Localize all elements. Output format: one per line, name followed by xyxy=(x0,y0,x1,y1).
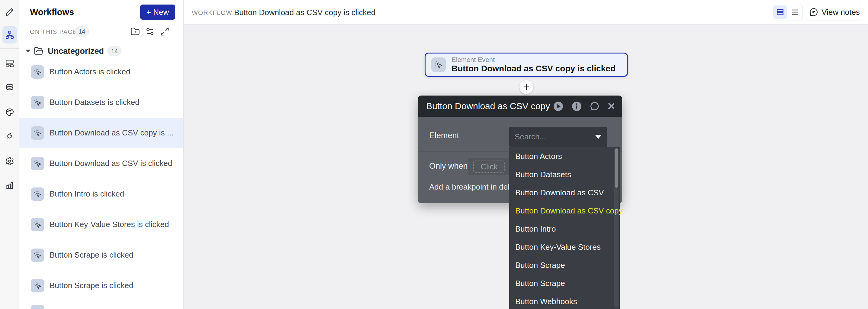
workflow-list-item[interactable]: Button Scrape is clicked xyxy=(19,240,183,270)
workflow-list-item[interactable]: Button Actors is clicked xyxy=(19,57,183,87)
chevron-down-icon[interactable] xyxy=(595,135,601,139)
view-notes-label: View notes xyxy=(822,7,860,17)
filter-settings-icon[interactable] xyxy=(145,27,155,36)
notes-bubble-icon xyxy=(809,7,818,17)
dropdown-option[interactable]: Button Actors xyxy=(509,147,620,165)
dropdown-option[interactable]: Button Download as CSV xyxy=(509,184,620,202)
workflow-list-item[interactable]: Button Datasets is clicked xyxy=(19,87,183,118)
info-icon[interactable] xyxy=(571,101,582,112)
workflow-list-item[interactable]: Button Download as CSV is clicked xyxy=(19,148,183,179)
dropdown-option-label: Button Webhooks xyxy=(515,297,577,306)
cursor-click-icon xyxy=(431,57,446,72)
workflow-canvas[interactable]: Element Event Button Download as CSV cop… xyxy=(184,25,868,309)
close-icon[interactable] xyxy=(607,102,616,110)
edit-icon[interactable] xyxy=(2,5,17,19)
workflow-item-label: Button Key-Value Stores is clicked xyxy=(50,220,169,229)
dropdown-option-label: Button Download as CSV copy xyxy=(515,206,623,215)
dropdown-option[interactable]: Button Datasets xyxy=(509,165,620,184)
workflow-list: Button Actors is clicked Button Datasets… xyxy=(19,57,183,301)
dropdown-option-label: Button Key-Value Stores xyxy=(515,243,601,252)
dropdown-option-label: Button Scrape xyxy=(515,261,565,270)
on-this-page-count-badge: 14 xyxy=(74,26,89,36)
workflow-list-item[interactable]: Button Scrape is clicked xyxy=(19,270,183,301)
palette-icon[interactable] xyxy=(2,105,17,119)
cursor-click-icon xyxy=(31,65,44,79)
panel-toolbar xyxy=(130,27,169,36)
add-step-button[interactable]: + xyxy=(520,80,533,94)
modal-actions xyxy=(553,101,616,112)
scrollbar-thumb[interactable] xyxy=(615,148,618,188)
modal-header[interactable]: Button Download as CSV copy is xyxy=(418,95,622,117)
workflow-list-item[interactable]: Button Download as CSV copy is ... xyxy=(19,118,183,148)
workflow-item-label: Button Datasets is clicked xyxy=(50,97,140,107)
node-type-label: Element Event xyxy=(452,56,616,64)
workflow-list-item[interactable]: Button Intro is clicked xyxy=(19,179,183,209)
group-name: Uncategorized xyxy=(48,47,104,56)
element-event-node[interactable]: Element Event Button Download as CSV cop… xyxy=(425,53,628,77)
breakpoint-text: Add a breakpoint in deb xyxy=(429,182,512,192)
cursor-click-icon xyxy=(31,305,44,309)
element-search-input[interactable] xyxy=(509,132,586,141)
dropdown-option[interactable]: Button Intro xyxy=(509,220,620,238)
workflow-breadcrumb-label: WORKFLOW: xyxy=(192,9,234,16)
topbar: WORKFLOW: Button Download as CSV copy is… xyxy=(184,0,868,25)
dropdown-option-label: Button Scrape xyxy=(515,279,565,288)
components-icon[interactable] xyxy=(2,56,17,71)
only-when-label: Only when xyxy=(429,162,468,171)
cursor-click-icon xyxy=(31,127,44,140)
dropdown-option[interactable]: Button Webhooks xyxy=(509,292,620,309)
group-count-badge: 14 xyxy=(107,46,122,56)
dropdown-option[interactable]: Button Key-Value Stores xyxy=(509,238,620,256)
integrations-icon[interactable] xyxy=(2,129,17,143)
cursor-click-icon xyxy=(31,188,44,201)
group-row-uncategorized[interactable]: Uncategorized 14 xyxy=(26,44,122,58)
modal-title: Button Download as CSV copy is xyxy=(426,101,553,111)
dropdown-option[interactable]: Button Scrape xyxy=(509,256,620,274)
workflow-item-label: Button Download as CSV copy is ... xyxy=(50,128,173,138)
icon-rail xyxy=(0,0,19,309)
cursor-click-icon xyxy=(31,218,44,231)
click-trigger-button[interactable]: Click xyxy=(473,161,505,173)
storage-icon[interactable] xyxy=(2,80,17,95)
dropdown-scrollbar[interactable] xyxy=(614,147,619,308)
workflow-list-item[interactable]: Button Key-Value Stores is clicked xyxy=(19,209,183,240)
dropdown-option-label: Button Datasets xyxy=(515,170,571,179)
node-title: Button Download as CSV copy is clicked xyxy=(452,64,616,74)
new-folder-icon[interactable] xyxy=(130,27,140,36)
view-toggle xyxy=(772,4,803,20)
view-notes-button[interactable]: View notes xyxy=(807,4,862,20)
workflow-item-label: Button Download as CSV is clicked xyxy=(50,159,172,168)
element-select-control[interactable] xyxy=(509,127,607,147)
panel-title: Workflows xyxy=(30,7,74,17)
workflows-icon[interactable] xyxy=(2,26,17,44)
collapse-caret-icon[interactable] xyxy=(26,50,31,53)
dropdown-option[interactable]: Button Scrape xyxy=(509,274,620,292)
new-workflow-button[interactable]: + New xyxy=(140,4,175,20)
card-view-button[interactable] xyxy=(773,5,787,19)
settings-icon[interactable] xyxy=(2,154,17,168)
cursor-click-icon xyxy=(31,249,44,262)
workflow-item-label: Button Scrape is clicked xyxy=(50,281,133,290)
folder-open-icon xyxy=(34,46,43,56)
workflows-panel: Workflows + New ON THIS PAGE 14 Uncatego… xyxy=(19,0,184,309)
workflow-breadcrumb-title: Button Download as CSV copy is clicked xyxy=(234,8,375,17)
cursor-click-icon xyxy=(31,96,44,109)
card-view-icon xyxy=(776,8,784,16)
expand-icon[interactable] xyxy=(160,27,169,36)
element-field-label: Element xyxy=(429,131,459,140)
workflow-item-label: Button Intro is clicked xyxy=(50,189,124,199)
dropdown-option-label: Button Download as CSV xyxy=(515,188,604,197)
list-view-button[interactable] xyxy=(788,4,802,20)
element-dropdown-list: Button Actors Button Datasets Button Dow… xyxy=(509,147,620,309)
rail-divider xyxy=(0,48,19,49)
list-view-icon xyxy=(791,8,800,16)
workflow-item-label: Button Scrape is clicked xyxy=(50,250,133,260)
cursor-click-icon xyxy=(31,279,44,292)
comment-icon[interactable] xyxy=(590,101,600,111)
dropdown-option[interactable]: Button Download as CSV copy xyxy=(509,202,620,220)
workflow-item-label: Button Actors is clicked xyxy=(50,67,130,77)
analytics-icon[interactable] xyxy=(2,178,17,192)
on-this-page-label: ON THIS PAGE xyxy=(30,28,77,35)
play-icon[interactable] xyxy=(553,101,564,112)
app-root: Workflows + New ON THIS PAGE 14 Uncatego… xyxy=(0,0,868,309)
